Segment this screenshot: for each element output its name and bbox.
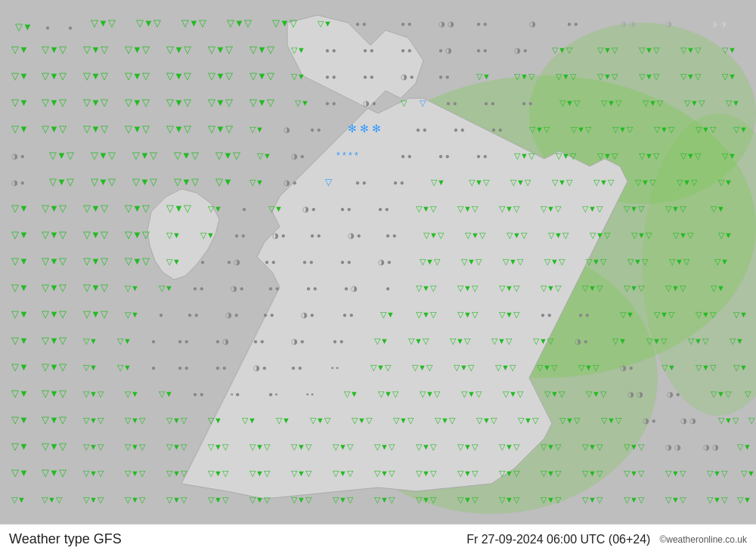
svg-text:▽▼▽: ▽▼▽ [552,178,573,187]
svg-text:▽▼▽: ▽▼▽ [174,176,199,187]
svg-text:▽▼: ▽▼ [722,151,736,160]
svg-text:▽▼▽: ▽▼▽ [291,442,312,451]
svg-text:▽▼: ▽▼ [11,44,29,55]
svg-text:▽▼: ▽▼ [11,361,29,373]
svg-text:▽▼: ▽▼ [741,469,755,478]
svg-text:▽▼: ▽▼ [718,178,733,187]
svg-text:▽▼: ▽▼ [11,70,29,82]
svg-text:▽▼: ▽▼ [11,467,29,478]
svg-text:▽▼▽: ▽▼▽ [249,495,271,504]
svg-text:▽▼: ▽▼ [257,151,271,160]
svg-text:▽▼▽: ▽▼▽ [416,469,437,478]
svg-text:● ●: ● ● [268,284,280,292]
svg-text:▽▼▽: ▽▼▽ [249,44,274,55]
bottom-bar: Weather type GFS Fr 27-09-2024 06:00 UTC… [0,524,756,554]
svg-text:▪ ▪: ▪ ▪ [306,390,314,398]
svg-text:▽▼▽: ▽▼▽ [249,442,271,451]
svg-text:▽▼▽: ▽▼▽ [544,257,565,266]
svg-text:▽▼: ▽▼ [249,178,264,187]
svg-text:▽▼: ▽▼ [711,204,725,213]
svg-text:▽▼: ▽▼ [733,310,748,319]
svg-text:● ●: ● ● [291,364,302,372]
svg-text:▽▼▽: ▽▼▽ [378,389,399,398]
weather-map: ▽▼ ● ● ▽▼▽ ▽▼▽ ▽▼▽ ▽▼▽ ▽▼▽ ▽▼ ● ● ● ● ◑ … [0,0,756,525]
svg-text:▽▼▽: ▽▼▽ [582,204,603,213]
svg-text:▽▼▽: ▽▼▽ [582,283,603,292]
svg-text:● ●: ● ● [355,178,367,187]
svg-text:◑ ●: ◑ ● [291,152,305,160]
svg-text:▽▼▽: ▽▼▽ [541,204,562,213]
svg-text:▽▼▽: ▽▼▽ [125,416,146,425]
svg-text:▽▼▽: ▽▼▽ [499,204,520,213]
svg-text:◑ ◑: ◑ ◑ [665,443,681,451]
map-title: Weather type GFS [9,531,122,547]
svg-text:▽▼: ▽▼ [11,495,26,504]
svg-text:▽▼▽: ▽▼▽ [627,257,649,266]
svg-text:▽▼: ▽▼ [11,441,29,452]
svg-text:▽▼: ▽▼ [431,178,445,187]
svg-text:▽▼▽: ▽▼▽ [465,231,486,240]
svg-text:▽▼: ▽▼ [159,283,173,292]
svg-text:▽▼▽: ▽▼▽ [291,469,312,478]
svg-text:◑ ◑: ◑ ◑ [438,20,454,28]
svg-text:▽▼▽: ▽▼▽ [593,178,615,187]
svg-text:◑: ◑ [665,20,672,28]
svg-text:▽▼: ▽▼ [83,363,98,372]
svg-text:● ●: ● ● [378,205,389,213]
svg-text:▽: ▽ [745,389,751,398]
svg-text:▽▼▽: ▽▼▽ [684,98,705,107]
svg-text:▽▼▽: ▽▼▽ [125,229,150,240]
svg-text:▽▼▽: ▽▼▽ [696,310,717,319]
svg-text:▽▼▽: ▽▼▽ [83,389,104,398]
svg-text:▽▼▽: ▽▼▽ [166,123,191,135]
svg-text:◑ ●: ◑ ● [272,231,286,240]
svg-text:▽▼▽: ▽▼▽ [416,283,437,292]
svg-text:● ▪: ● ▪ [268,390,278,398]
svg-text:▽▼▽: ▽▼▽ [631,231,652,240]
svg-text:▽▼▽: ▽▼▽ [83,416,104,425]
svg-text:▽▼: ▽▼ [11,308,29,320]
svg-text:◑ ●: ◑ ● [620,364,634,372]
svg-text:▽▼▽: ▽▼▽ [91,17,116,29]
svg-text:▽▼: ▽▼ [11,414,29,426]
svg-text:* * * *: * * * * [336,150,358,161]
svg-text:▽▼▽: ▽▼▽ [91,176,116,187]
svg-text:▽▼▽: ▽▼▽ [537,363,558,372]
svg-text:▽▼: ▽▼ [215,176,233,187]
svg-text:▽▼▽: ▽▼▽ [215,150,240,161]
svg-text:▽▼▽: ▽▼▽ [83,203,108,214]
svg-text:▽: ▽ [420,98,426,107]
svg-text:▽▼▽: ▽▼▽ [559,416,581,425]
svg-text:◑ ◑: ◑ ◑ [703,443,719,451]
svg-text:▽▼▽: ▽▼▽ [249,469,271,478]
svg-text:▽▼▽: ▽▼▽ [586,389,607,398]
svg-text:▽▼▽: ▽▼▽ [166,70,191,82]
svg-text:▽▼▽: ▽▼▽ [680,151,702,160]
svg-text:▽▼▽: ▽▼▽ [208,44,233,55]
svg-text:▽▼: ▽▼ [476,72,491,81]
svg-text:●: ● [242,205,246,213]
svg-text:● ●: ● ● [363,73,374,81]
svg-text:▽▼▽: ▽▼▽ [665,469,686,478]
svg-text:▽▼: ▽▼ [125,310,139,319]
svg-text:▽▼▽: ▽▼▽ [370,363,392,372]
svg-text:● ◑: ● ◑ [438,46,452,54]
svg-text:▽▼▽: ▽▼▽ [624,204,645,213]
svg-text:▽▼▽: ▽▼▽ [166,495,187,504]
svg-text:▽▼: ▽▼ [11,388,29,399]
svg-text:▽▼▽: ▽▼▽ [166,442,187,451]
svg-text:▽▼▽: ▽▼▽ [42,361,67,373]
svg-text:▽▼: ▽▼ [291,45,305,54]
svg-text:● ●: ● ● [401,152,412,160]
svg-text:▽▼: ▽▼ [662,363,676,372]
svg-text:▽▼▽: ▽▼▽ [556,72,577,81]
svg-text:▽▼▽: ▽▼▽ [181,17,206,29]
svg-text:● ●: ● ● [306,284,318,292]
svg-text:◑ ●: ◑ ● [284,178,297,187]
svg-text:● ◑: ● ◑ [215,337,229,345]
svg-text:▽▼▽: ▽▼▽ [514,72,535,81]
svg-text:▽▼▽: ▽▼▽ [333,442,354,451]
svg-text:▽▼▽: ▽▼▽ [450,336,471,345]
svg-text:▽▼: ▽▼ [11,255,29,267]
svg-text:▽▼▽: ▽▼▽ [374,495,395,504]
